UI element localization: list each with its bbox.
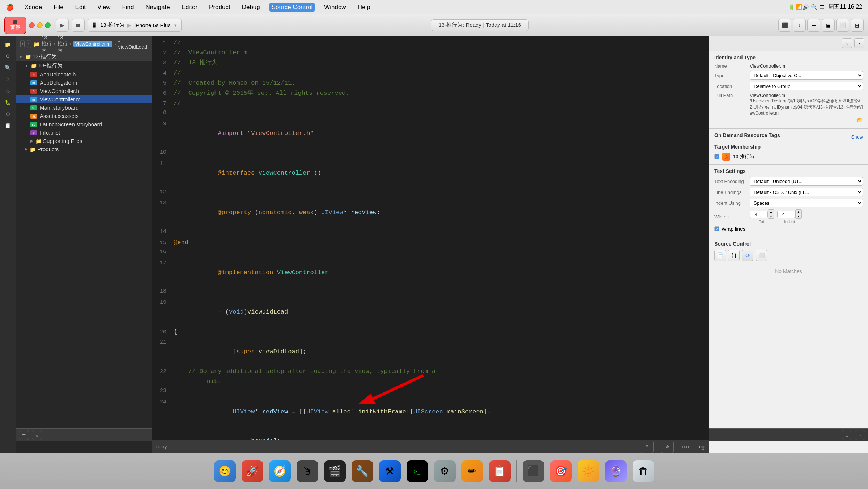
nav-breakpoint-icon[interactable]: ⬡ — [1, 109, 14, 119]
menu-xcode[interactable]: Xcode — [22, 3, 44, 12]
dock-app1[interactable]: ⬛ — [520, 458, 546, 484]
identity-type-title: Identity and Type — [714, 55, 863, 60]
location-select[interactable]: Relative to Group — [750, 82, 863, 90]
sc-discard-btn[interactable]: ⬜ — [756, 250, 767, 261]
breadcrumb-item-1[interactable]: 13-推行为 — [42, 36, 52, 54]
menu-help[interactable]: Help — [356, 3, 373, 12]
forward-button[interactable]: › — [27, 40, 31, 48]
tree-action-btn[interactable]: ⬦ — [32, 430, 42, 440]
tree-infoplist[interactable]: p Info.plist — [16, 128, 152, 137]
nav-test-icon[interactable]: ◇ — [1, 85, 14, 96]
editor-bottom-btn2[interactable]: ⊕ — [661, 440, 674, 453]
dock-separator — [516, 460, 517, 482]
sc-refresh-btn[interactable]: ⟳ — [742, 250, 753, 261]
menu-file[interactable]: File — [51, 3, 65, 12]
dock-sketch[interactable]: ✏ — [459, 458, 485, 484]
dock-terminal[interactable]: >_ — [404, 458, 430, 484]
tab-stepper-down[interactable]: ▼ — [768, 214, 774, 218]
menu-product[interactable]: Product — [207, 3, 233, 12]
dock-mouse[interactable]: 🖱 — [294, 458, 320, 484]
layout-btn-5[interactable]: ⬜ — [836, 19, 849, 32]
reveal-icon[interactable]: 📂 — [857, 117, 863, 123]
apple-menu[interactable]: 🍎 — [6, 3, 14, 11]
minimize-button[interactable] — [37, 22, 43, 28]
menu-view[interactable]: View — [95, 3, 113, 12]
indent-stepper-down[interactable]: ▼ — [796, 214, 801, 218]
tree-viewcontroller-h[interactable]: h ViewController.h — [16, 87, 152, 95]
dock-xcode[interactable]: ⚒ — [377, 458, 403, 484]
line-content-22: // Do any additional setup after loading… — [172, 366, 709, 376]
tree-assets[interactable]: 🖼 Assets.xcassets — [16, 112, 152, 120]
layout-btn-1[interactable]: ⬛ — [778, 19, 791, 32]
stop-button[interactable]: ⬛ 暂停 — [4, 17, 26, 34]
dock-quicktime[interactable]: 🎬 — [322, 458, 348, 484]
menu-source-control[interactable]: Source Control — [269, 3, 315, 12]
nav-folder-icon[interactable]: 📁 — [1, 39, 14, 50]
folder-icon-bc: 📁 — [33, 41, 39, 47]
nav-debug-icon[interactable]: 🐛 — [1, 97, 14, 108]
indent-width-input[interactable] — [777, 211, 795, 218]
menu-window[interactable]: Window — [322, 3, 348, 12]
show-link[interactable]: Show — [851, 134, 863, 140]
dock-sysprefs[interactable]: ⚙ — [432, 458, 458, 484]
dock-app3[interactable]: 🔆 — [575, 458, 601, 484]
code-editor[interactable]: 1 // 2 // ViewController.m 3 // 13-推行为 4… — [152, 36, 709, 440]
scheme-selector[interactable]: 📱 13-推行为 ▶ iPhone 6s Plus ▼ — [88, 19, 182, 32]
tree-viewcontroller-m[interactable]: m ViewController.m — [16, 95, 152, 103]
insp-prev-btn[interactable]: ‹ — [842, 38, 852, 48]
menu-edit[interactable]: Edit — [73, 3, 88, 12]
run-button[interactable]: ▶ — [56, 19, 69, 32]
dock-safari[interactable]: 🧭 — [267, 458, 293, 484]
layout-btn-6[interactable]: ▦ — [851, 19, 864, 32]
back-button[interactable]: ‹ — [20, 40, 25, 48]
menu-debug[interactable]: Debug — [240, 3, 262, 12]
encoding-select[interactable]: Default - Unicode (UT... — [750, 177, 863, 186]
menu-navigate[interactable]: Navigate — [144, 3, 172, 12]
sc-commit-btn[interactable]: { } — [728, 250, 740, 261]
nav-log-icon[interactable]: 📋 — [1, 120, 14, 131]
insp-next-btn[interactable]: › — [854, 38, 864, 48]
breadcrumb-file[interactable]: ViewController.m — [73, 41, 112, 47]
stop-btn2[interactable]: ⏹ — [72, 19, 85, 32]
indent-using-select[interactable]: Spaces — [750, 199, 863, 207]
close-button[interactable] — [29, 22, 35, 28]
tree-products[interactable]: ▶ 📁 Products — [16, 145, 152, 153]
line-num-4: 4 — [152, 69, 172, 78]
nav-source-icon[interactable]: ⚙ — [1, 51, 14, 61]
nav-warning-icon[interactable]: ⚠ — [1, 74, 14, 85]
dock-launchpad[interactable]: 🚀 — [239, 458, 265, 484]
tab-width-input[interactable] — [750, 211, 768, 218]
wrap-lines-checkbox[interactable] — [714, 226, 719, 231]
line-endings-select[interactable]: Default - OS X / Unix (LF... — [750, 188, 863, 196]
breadcrumb-item-2[interactable]: 13-推行为 — [58, 36, 68, 54]
layout-btn-2[interactable]: ↕ — [793, 19, 806, 32]
tab-stepper-up[interactable]: ▲ — [768, 210, 774, 214]
tree-root[interactable]: ▼ 📁 13-推行为 — [16, 52, 152, 61]
tree-main-storyboard[interactable]: sb Main.storyboard — [16, 103, 152, 112]
menu-find[interactable]: Find — [120, 3, 136, 12]
target-checkbox[interactable] — [714, 154, 719, 159]
status-copy[interactable]: copy — [156, 444, 167, 450]
type-select[interactable]: Default - Objective-C... — [750, 71, 863, 80]
breadcrumb-method[interactable]: -viewDidLoad — [118, 38, 147, 50]
dock-finder[interactable]: 😊 — [212, 458, 238, 484]
tree-supporting-files[interactable]: ▶ 📁 Supporting Files — [16, 137, 152, 145]
tree-appdelegate-m[interactable]: m AppDelegate.m — [16, 78, 152, 87]
dock-trash[interactable]: 🗑 — [630, 458, 656, 484]
nav-search-icon[interactable]: 🔍 — [1, 62, 14, 73]
tree-launch-storyboard[interactable]: sb LaunchScreen.storyboard — [16, 120, 152, 128]
maximize-button[interactable] — [45, 22, 51, 28]
add-file-btn[interactable]: + — [19, 430, 29, 440]
menu-editor[interactable]: Editor — [179, 3, 200, 12]
editor-bottom-btn1[interactable]: ⊞ — [641, 440, 654, 453]
dock-tools[interactable]: 🔧 — [349, 458, 375, 484]
tree-group[interactable]: ▼ 📁 13-推行为 — [16, 61, 152, 70]
indent-stepper-up[interactable]: ▲ — [796, 210, 801, 214]
tree-appdelegate-h[interactable]: h AppDelegate.h — [16, 70, 152, 78]
dock-app2[interactable]: 🎯 — [548, 458, 574, 484]
sc-add-btn[interactable]: 📄 — [714, 250, 726, 261]
dock-app4[interactable]: 🔮 — [603, 458, 629, 484]
layout-btn-4[interactable]: ▣ — [822, 19, 835, 32]
layout-btn-3[interactable]: ⬅ — [807, 19, 820, 32]
dock-pastebot[interactable]: 📋 — [487, 458, 513, 484]
